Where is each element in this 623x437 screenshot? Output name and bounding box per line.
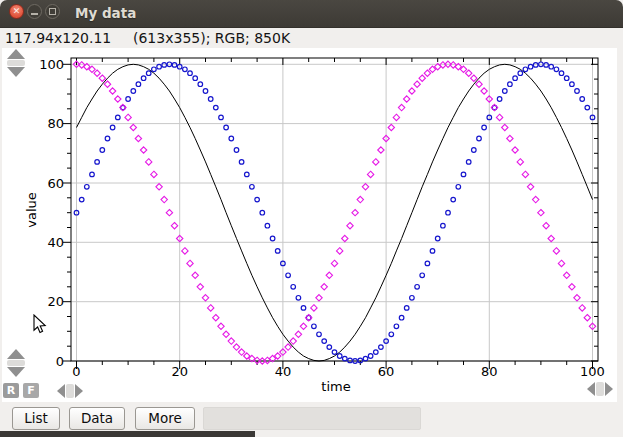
svg-text:60: 60 [47,176,64,191]
minimize-button[interactable] [27,4,42,19]
arrow-down-icon[interactable] [7,367,25,377]
svg-text:40: 40 [275,364,292,379]
svg-text:60: 60 [378,364,395,379]
r-button[interactable]: R [3,383,19,398]
x-scroll-arrows-right[interactable] [587,381,613,396]
svg-text:0: 0 [56,354,64,369]
maximize-button[interactable] [45,4,60,19]
close-button[interactable]: ✕ [9,4,24,19]
data-menu-button[interactable]: Data » [69,407,125,430]
y-axis-label: value [24,192,39,228]
titlebar[interactable]: ✕ My data [0,0,623,28]
svg-text:80: 80 [47,116,64,131]
plot-canvas[interactable]: 020406080100020406080100 [2,48,617,402]
background-window-edge [0,431,255,437]
svg-text:100: 100 [580,364,605,379]
svg-text:40: 40 [47,235,64,250]
arrow-left-icon[interactable] [587,382,595,396]
coordinates-display-field [203,407,421,430]
x-scroll-arrows-left[interactable] [57,383,83,398]
list-button[interactable]: List [12,407,60,430]
svg-text:20: 20 [171,364,188,379]
arrow-up-icon[interactable] [7,349,25,359]
arrow-up-icon[interactable] [7,49,25,59]
plot-zoom-arrows-bottom-left[interactable] [6,349,26,378]
svg-text:0: 0 [72,364,80,379]
spinner-divider [66,384,74,398]
arrow-right-icon[interactable] [605,382,613,396]
cursor-coordinates-readout: 117.94x120.11 [5,28,111,48]
mouse-cursor [33,314,51,336]
close-icon: ✕ [13,6,21,16]
f-button[interactable]: F [23,383,39,398]
more-menu-button[interactable]: More » [135,407,195,430]
arrow-left-icon[interactable] [57,384,65,398]
spinner-divider [596,382,604,396]
arrow-right-icon[interactable] [75,384,83,398]
spinner-divider [7,60,25,66]
x-axis-label: time [321,379,350,394]
window-title: My data [75,0,136,28]
arrow-down-icon[interactable] [7,67,25,77]
svg-text:100: 100 [39,57,64,72]
plot-svg[interactable]: 020406080100020406080100 [2,48,617,402]
info-bar: 117.94x120.11 (613x355); RGB; 850K [0,28,623,48]
spinner-divider [7,360,25,366]
plot-window: ✕ My data 117.94x120.11 (613x355); RGB; … [0,0,623,437]
svg-text:20: 20 [47,294,64,309]
plot-zoom-arrows-top-left[interactable] [6,49,26,78]
maximize-icon [49,8,56,15]
image-info-text: (613x355); RGB; 850K [133,28,290,48]
minimize-icon [31,13,38,15]
svg-text:80: 80 [481,364,498,379]
